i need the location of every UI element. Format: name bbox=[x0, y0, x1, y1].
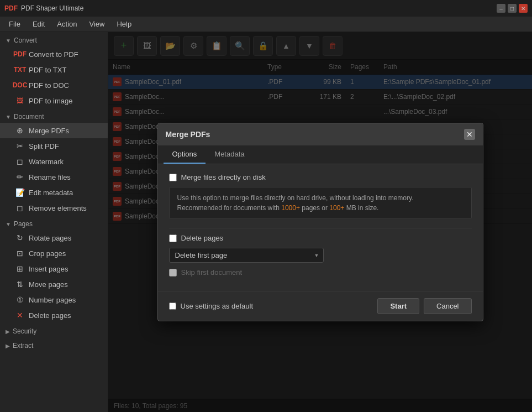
sidebar-item-insert-pages[interactable]: ⊞ Insert pages bbox=[0, 261, 108, 277]
sidebar-item-pdf-to-doc[interactable]: DOC PDF to DOC bbox=[0, 77, 108, 93]
menu-view[interactable]: View bbox=[84, 18, 110, 30]
sidebar-section-pages-label: Pages bbox=[14, 220, 33, 228]
titlebar: PDF PDF Shaper Ultimate – □ ✕ bbox=[0, 0, 532, 17]
menu-edit[interactable]: Edit bbox=[27, 18, 50, 30]
pdf-doc-icon: DOC bbox=[15, 81, 24, 90]
modal-tab-options[interactable]: Options bbox=[164, 145, 206, 164]
modal-tab-metadata[interactable]: Metadata bbox=[206, 145, 253, 164]
use-settings-checkbox[interactable] bbox=[169, 303, 176, 310]
info-box: Use this option to merge files directly … bbox=[169, 187, 472, 219]
pdf-txt-icon: TXT bbox=[15, 65, 24, 74]
sidebar-section-extract-label: Extract bbox=[13, 342, 33, 350]
modal-title: Merge PDFs bbox=[166, 130, 210, 139]
sidebar-item-convert-to-pdf[interactable]: PDF Convert to PDF bbox=[0, 46, 108, 62]
sidebar-item-number-pages[interactable]: ① Number pages bbox=[0, 292, 108, 307]
move-icon: ⇅ bbox=[15, 280, 24, 289]
convert-to-pdf-icon: PDF bbox=[15, 50, 24, 59]
sidebar-item-split-pdf[interactable]: ✂ Split PDF bbox=[0, 138, 108, 154]
sidebar: ▼ Convert PDF Convert to PDF TXT PDF to … bbox=[0, 32, 108, 412]
split-icon: ✂ bbox=[15, 142, 24, 150]
maximize-button[interactable]: □ bbox=[508, 4, 517, 13]
modal-close-button[interactable]: ✕ bbox=[464, 129, 475, 140]
sidebar-item-remove-elements[interactable]: ◻ Remove elements bbox=[0, 200, 108, 216]
number-icon: ① bbox=[15, 295, 24, 304]
cancel-button[interactable]: Cancel bbox=[424, 298, 471, 314]
footer-right: Start Cancel bbox=[377, 298, 471, 314]
minimize-button[interactable]: – bbox=[497, 4, 505, 13]
sidebar-item-merge-pdfs[interactable]: ⊕ Merge PDFs bbox=[0, 123, 108, 138]
metadata-icon: 📝 bbox=[15, 188, 24, 197]
titlebar-left: PDF PDF Shaper Ultimate bbox=[4, 4, 83, 12]
sidebar-item-move-pages[interactable]: ⇅ Move pages bbox=[0, 277, 108, 292]
close-button[interactable]: ✕ bbox=[519, 4, 528, 13]
rotate-icon: ↻ bbox=[15, 233, 24, 242]
delete-pages-icon: ✕ bbox=[15, 311, 24, 320]
modal-header: Merge PDFs ✕ bbox=[158, 123, 483, 145]
sidebar-section-convert[interactable]: ▼ Convert bbox=[0, 32, 108, 46]
menubar: File Edit Action View Help bbox=[0, 17, 532, 32]
divider bbox=[169, 228, 472, 228]
sidebar-item-pdf-to-image[interactable]: 🖼 PDF to image bbox=[0, 93, 108, 108]
sidebar-section-document-label: Document bbox=[14, 113, 44, 121]
skip-first-doc-row: Skip first document bbox=[169, 268, 472, 277]
sidebar-item-pdf-to-txt[interactable]: TXT PDF to TXT bbox=[0, 62, 108, 77]
modal-tabs: Options Metadata bbox=[158, 145, 483, 164]
menu-file[interactable]: File bbox=[3, 18, 26, 30]
sidebar-item-edit-metadata[interactable]: 📝 Edit metadata bbox=[0, 185, 108, 200]
skip-first-doc-label: Skip first document bbox=[181, 268, 243, 277]
sidebar-item-pdf-to-doc-label: PDF to DOC bbox=[29, 81, 69, 90]
chevron-down-icon-3: ▼ bbox=[6, 221, 11, 227]
sidebar-item-delete-pages-label: Delete pages bbox=[29, 311, 71, 320]
sidebar-item-edit-metadata-label: Edit metadata bbox=[29, 189, 73, 197]
content-area: + 🖼 📂 ⚙ 📋 🔍 🔒 ▲ ▼ 🗑 Name Type Size Pages… bbox=[108, 32, 532, 412]
sidebar-item-rename-files[interactable]: ✏ Rename files bbox=[0, 169, 108, 185]
main: ▼ Convert PDF Convert to PDF TXT PDF to … bbox=[0, 32, 532, 412]
start-button[interactable]: Start bbox=[377, 298, 419, 314]
chevron-right-icon-2: ▶ bbox=[6, 343, 10, 349]
sidebar-item-convert-to-pdf-label: Convert to PDF bbox=[29, 50, 78, 59]
app-title: PDF Shaper Ultimate bbox=[21, 4, 83, 12]
menu-action[interactable]: Action bbox=[51, 18, 82, 30]
modal: Merge PDFs ✕ Options Metadata Merge file… bbox=[157, 123, 483, 321]
crop-icon: ⊡ bbox=[15, 249, 24, 258]
sidebar-section-security[interactable]: ▶ Security bbox=[0, 323, 108, 337]
sidebar-item-rotate-pages[interactable]: ↻ Rotate pages bbox=[0, 230, 108, 246]
merge-directly-label: Merge files directly on disk bbox=[181, 173, 266, 181]
highlight-size: 100+ bbox=[329, 204, 344, 212]
chevron-down-icon: ▼ bbox=[6, 38, 11, 44]
sidebar-section-document[interactable]: ▼ Document bbox=[0, 108, 108, 123]
sidebar-item-pdf-to-image-label: PDF to image bbox=[29, 97, 72, 105]
watermark-icon: ◻ bbox=[15, 157, 24, 166]
sidebar-item-watermark[interactable]: ◻ Watermark bbox=[0, 154, 108, 169]
sidebar-item-remove-elements-label: Remove elements bbox=[29, 204, 87, 212]
modal-overlay: Merge PDFs ✕ Options Metadata Merge file… bbox=[108, 32, 532, 412]
delete-option-wrapper: Delete first page Delete last page Delet… bbox=[169, 248, 324, 263]
sidebar-item-rename-files-label: Rename files bbox=[29, 173, 71, 181]
sidebar-item-insert-pages-label: Insert pages bbox=[29, 265, 69, 273]
delete-pages-checkbox[interactable] bbox=[169, 234, 177, 242]
modal-body: Merge files directly on disk Use this op… bbox=[158, 164, 483, 291]
sidebar-item-pdf-to-txt-label: PDF to TXT bbox=[29, 66, 66, 74]
dropdown-row: Delete first page Delete last page Delet… bbox=[169, 248, 472, 263]
skip-first-doc-checkbox[interactable] bbox=[169, 269, 177, 277]
delete-pages-row: Delete pages bbox=[169, 234, 472, 242]
menu-help[interactable]: Help bbox=[111, 18, 137, 30]
merge-directly-checkbox[interactable] bbox=[169, 174, 177, 181]
delete-option-select[interactable]: Delete first page Delete last page Delet… bbox=[169, 248, 324, 263]
delete-pages-label: Delete pages bbox=[181, 234, 224, 242]
titlebar-controls: – □ ✕ bbox=[497, 4, 528, 13]
insert-icon: ⊞ bbox=[15, 264, 24, 273]
merge-icon: ⊕ bbox=[15, 126, 24, 135]
chevron-down-icon-2: ▼ bbox=[6, 114, 11, 120]
sidebar-section-security-label: Security bbox=[13, 327, 36, 335]
sidebar-item-delete-pages[interactable]: ✕ Delete pages bbox=[0, 307, 108, 323]
modal-footer: Use settings as default Start Cancel bbox=[158, 291, 483, 321]
sidebar-section-pages[interactable]: ▼ Pages bbox=[0, 216, 108, 230]
remove-icon: ◻ bbox=[15, 204, 24, 212]
sidebar-item-watermark-label: Watermark bbox=[29, 158, 64, 166]
footer-left: Use settings as default bbox=[169, 302, 254, 310]
sidebar-item-crop-pages[interactable]: ⊡ Crop pages bbox=[0, 246, 108, 261]
app-icon: PDF bbox=[4, 4, 18, 12]
sidebar-section-extract[interactable]: ▶ Extract bbox=[0, 337, 108, 352]
chevron-right-icon: ▶ bbox=[6, 328, 10, 335]
